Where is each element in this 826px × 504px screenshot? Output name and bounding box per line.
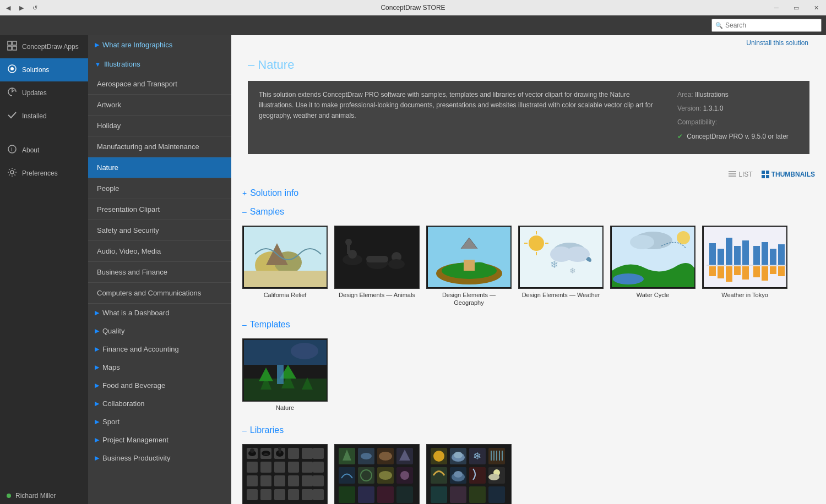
dashboard-arrow: ▶ [95,309,99,316]
sample-california-relief[interactable]: California Relief [242,226,328,307]
template-nature[interactable]: Nature [242,338,328,412]
svg-rect-153 [431,486,447,503]
sample-water-cycle[interactable]: Water Cycle [610,226,695,307]
search-input[interactable] [725,21,818,29]
list-view-btn[interactable]: LIST [729,171,752,178]
sidebar-item-solutions[interactable]: Solutions [0,58,88,81]
svg-rect-54 [734,246,741,265]
nav-business[interactable]: Business and Finance [88,262,231,283]
svg-rect-84 [288,448,299,459]
updates-icon [7,87,18,99]
sample-design-geography[interactable]: Design Elements — Geography [426,226,512,307]
sidebar-item-preferences[interactable]: Preferences [0,162,88,185]
sample-thumb-water-cycle [610,226,695,289]
samples-header[interactable]: – Samples [231,202,826,221]
svg-rect-65 [753,266,760,277]
food-arrow: ▶ [95,382,99,389]
sample-design-animals[interactable]: Design Elements — Animals [334,226,420,307]
nav-infographics[interactable]: ▶ What are Infographics [88,35,231,54]
nav-food[interactable]: ▶ Food and Beverage [88,376,231,395]
svg-rect-98 [313,475,324,486]
nav-safety[interactable]: Safety and Security [88,220,231,241]
nav-manufacturing[interactable]: Manufacturing and Maintenance [88,136,231,157]
svg-rect-101 [274,489,285,500]
templates-grid: Nature [231,334,826,420]
sidebar-item-installed[interactable]: Installed [0,105,88,128]
nav-computers[interactable]: Computers and Communications [88,283,231,304]
svg-rect-57 [718,266,724,278]
sample-design-weather[interactable]: ❄ ❄ Design Elements — Weather [518,226,604,307]
illustrations-items: Aerospace and Transport Artwork Holiday … [88,74,231,304]
library-geography[interactable]: Geography [334,444,420,504]
nav-finance[interactable]: ▶ Finance and Accounting [88,340,231,358]
svg-rect-20 [244,271,327,287]
svg-rect-0 [8,41,12,45]
nav-forward-btn[interactable]: ▶ [15,2,28,14]
solution-info-header[interactable]: + Solution info [231,184,826,202]
description-panel: This solution extends ConceptDraw PRO so… [248,81,809,154]
list-view-label: LIST [738,171,752,178]
svg-point-47 [630,235,654,249]
sidebar-item-apps[interactable]: ConceptDraw Apps [0,35,88,58]
samples-label: Samples [250,207,284,217]
nav-presentation[interactable]: Presentation Clipart [88,199,231,220]
food-label: Food and Beverage [102,381,165,390]
sample-label-weather: Design Elements — Weather [518,291,604,299]
nav-collaboration[interactable]: ▶ Collaboration [88,395,231,413]
thumbnails-view-label: THUMBNAILS [771,171,815,178]
middle-nav: ▶ What are Infographics ▼ Illustrations … [88,35,231,504]
svg-rect-51 [709,243,716,265]
sport-arrow: ▶ [95,418,99,425]
nav-back-btn[interactable]: ◀ [2,2,14,14]
samples-toggle-icon: – [242,207,247,216]
toolbar: 🔍 [0,15,826,35]
nav-illustrations[interactable]: ▼ Illustrations [88,54,231,74]
sample-weather-tokyo[interactable]: Weather in Tokyo [702,226,787,307]
close-btn[interactable]: ✕ [806,0,826,15]
svg-rect-59 [734,266,741,275]
nav-refresh-btn[interactable]: ↺ [29,2,41,14]
sidebar: ConceptDraw Apps Solutions Updates Insta… [0,35,88,504]
svg-rect-96 [288,475,299,486]
nav-project[interactable]: ▶ Project Management [88,431,231,449]
nav-artwork[interactable]: Artwork [88,95,231,116]
nav-audio-video[interactable]: Audio, Video, Media [88,241,231,262]
svg-rect-104 [313,489,324,500]
svg-point-8 [10,171,14,174]
library-animals[interactable]: Animals [242,444,328,504]
search-box[interactable]: 🔍 [711,19,822,32]
list-icon [729,171,736,178]
svg-rect-14 [762,175,765,178]
svg-point-152 [488,474,499,480]
svg-rect-97 [302,475,313,486]
nav-nature[interactable]: Nature [88,157,231,178]
restore-btn[interactable]: ▭ [786,0,806,15]
nav-maps[interactable]: ▶ Maps [88,358,231,376]
nav-holiday[interactable]: Holiday [88,116,231,136]
uninstall-link[interactable]: Uninstall this solution [737,36,817,47]
library-weather[interactable]: ❄ [426,444,512,504]
nav-people[interactable]: People [88,178,231,199]
nav-biz-productivity[interactable]: ▶ Business Productivity [88,449,231,467]
libraries-header[interactable]: – Libraries [231,421,826,440]
minimize-btn[interactable]: ─ [767,0,786,15]
svg-rect-1 [13,41,17,45]
svg-rect-129 [377,486,394,503]
biz-prod-label: Business Productivity [102,454,171,462]
thumbnails-view-btn[interactable]: THUMBNAILS [762,171,815,178]
content-area: Uninstall this solution – Nature This so… [231,35,826,504]
sample-label-water-cycle: Water Cycle [610,291,695,299]
svg-point-136 [454,452,463,458]
svg-rect-91 [302,462,313,473]
sidebar-item-updates[interactable]: Updates [0,81,88,105]
nav-quality[interactable]: ▶ Quality [88,322,231,340]
sidebar-item-about[interactable]: i About [0,139,88,162]
nav-sport[interactable]: ▶ Sport [88,413,231,431]
svg-rect-13 [766,171,769,174]
svg-rect-86 [313,448,324,459]
library-thumb-animals [242,444,328,504]
templates-header[interactable]: – Templates [231,315,826,334]
nav-dashboard[interactable]: ▶ What is a Dashboard [88,304,231,322]
nav-aerospace[interactable]: Aerospace and Transport [88,74,231,95]
svg-point-148 [454,471,463,478]
